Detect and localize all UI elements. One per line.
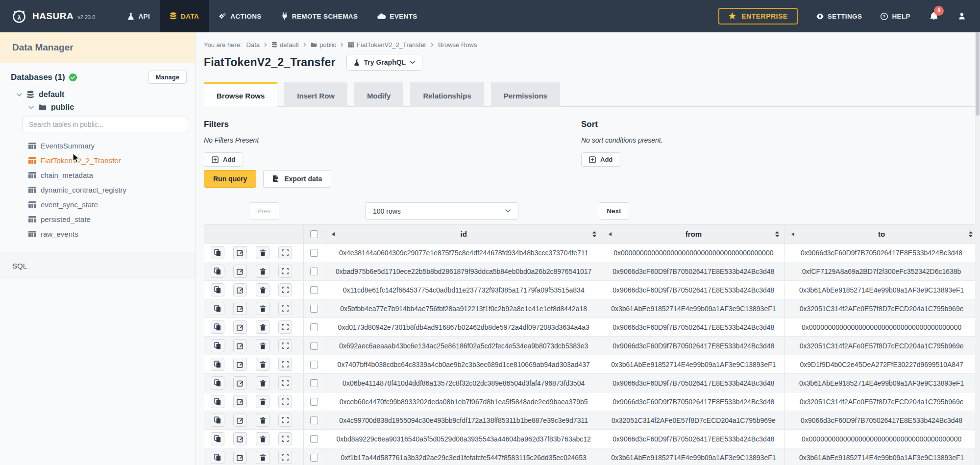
add-sort-button[interactable]: Add xyxy=(581,152,620,167)
copy-row-button[interactable] xyxy=(211,376,224,390)
try-graphql-button[interactable]: Try GraphQL xyxy=(346,54,423,71)
column-header-from[interactable]: from xyxy=(602,225,785,243)
copy-row-button[interactable] xyxy=(211,283,224,296)
tab-permissions[interactable]: Permissions xyxy=(491,82,560,107)
copy-row-button[interactable] xyxy=(211,395,224,408)
chevron-down-icon[interactable] xyxy=(17,93,22,97)
sidebar-table-item[interactable]: dynamic_contract_registry xyxy=(0,182,196,197)
sidebar-database-default[interactable]: default xyxy=(0,90,196,99)
tab-relationships[interactable]: Relationships xyxy=(410,82,484,107)
expand-row-button[interactable] xyxy=(278,432,292,445)
breadcrumb-schema[interactable]: public xyxy=(311,41,336,49)
edit-row-button[interactable] xyxy=(233,302,247,315)
delete-row-button[interactable] xyxy=(256,358,270,371)
expand-row-button[interactable] xyxy=(278,283,292,296)
delete-row-button[interactable] xyxy=(256,376,270,390)
copy-row-button[interactable] xyxy=(211,302,224,315)
copy-row-button[interactable] xyxy=(211,339,224,352)
settings-button[interactable]: SETTINGS xyxy=(816,13,862,20)
row-checkbox[interactable] xyxy=(310,305,318,313)
sidebar-schema-public[interactable]: public xyxy=(0,103,196,112)
collapse-column-icon[interactable] xyxy=(608,232,612,237)
delete-row-button[interactable] xyxy=(256,414,270,427)
copy-row-button[interactable] xyxy=(211,414,224,427)
enterprise-button[interactable]: ENTERPRISE xyxy=(718,8,797,24)
delete-row-button[interactable] xyxy=(256,320,270,334)
page-scrollbar[interactable] xyxy=(975,32,980,465)
edit-row-button[interactable] xyxy=(233,395,247,408)
row-checkbox[interactable] xyxy=(310,416,318,424)
sort-column-icon[interactable] xyxy=(592,231,597,238)
expand-row-button[interactable] xyxy=(278,320,292,334)
row-checkbox[interactable] xyxy=(310,286,318,294)
row-checkbox[interactable] xyxy=(310,249,318,257)
nav-item-remote-schemas[interactable]: REMOTE SCHEMAS xyxy=(271,0,368,32)
nav-item-api[interactable]: API xyxy=(118,0,160,32)
expand-row-button[interactable] xyxy=(278,265,292,278)
expand-row-button[interactable] xyxy=(278,339,292,352)
expand-row-button[interactable] xyxy=(278,451,292,464)
scrollbar-thumb[interactable] xyxy=(976,32,980,116)
expand-row-button[interactable] xyxy=(278,302,292,315)
hasura-logo[interactable]: λ HASURA v2.23.0 xyxy=(11,8,95,24)
sort-column-icon[interactable] xyxy=(775,231,780,238)
edit-row-button[interactable] xyxy=(233,339,247,352)
expand-row-button[interactable] xyxy=(278,376,292,390)
row-checkbox[interactable] xyxy=(310,454,318,462)
edit-row-button[interactable] xyxy=(233,358,247,371)
tab-browse-rows[interactable]: Browse Rows xyxy=(204,82,277,107)
delete-row-button[interactable] xyxy=(256,246,270,259)
delete-row-button[interactable] xyxy=(256,432,270,445)
expand-row-button[interactable] xyxy=(278,246,292,259)
nav-item-data[interactable]: DATA xyxy=(160,0,209,32)
copy-row-button[interactable] xyxy=(211,246,224,259)
user-menu-button[interactable] xyxy=(957,12,966,21)
sidebar-sql-section[interactable]: SQL xyxy=(0,252,196,279)
collapse-column-icon[interactable] xyxy=(791,232,795,237)
expand-row-button[interactable] xyxy=(278,395,292,408)
edit-row-button[interactable] xyxy=(233,414,247,427)
row-checkbox[interactable] xyxy=(310,398,318,406)
row-checkbox[interactable] xyxy=(310,323,318,331)
copy-row-button[interactable] xyxy=(211,358,224,371)
sidebar-table-item[interactable]: FiatTokenV2_2_Transfer xyxy=(0,153,196,168)
tab-modify[interactable]: Modify xyxy=(354,82,403,107)
delete-row-button[interactable] xyxy=(256,302,270,315)
edit-row-button[interactable] xyxy=(233,320,247,334)
export-data-button[interactable]: Export data xyxy=(263,170,331,188)
breadcrumb-data[interactable]: Data xyxy=(246,41,260,49)
select-all-checkbox[interactable] xyxy=(310,230,318,238)
delete-row-button[interactable] xyxy=(256,265,270,278)
edit-row-button[interactable] xyxy=(233,432,247,445)
sidebar-table-item[interactable]: chain_metadata xyxy=(0,168,196,182)
column-header-to[interactable]: to xyxy=(785,225,978,243)
row-checkbox[interactable] xyxy=(310,361,318,368)
edit-row-button[interactable] xyxy=(233,283,247,296)
next-page-button[interactable]: Next xyxy=(599,202,629,220)
add-filter-button[interactable]: Add xyxy=(204,152,243,167)
column-header-id[interactable]: id xyxy=(325,225,603,243)
edit-row-button[interactable] xyxy=(233,451,247,464)
rows-per-page-select[interactable]: 100 rows xyxy=(365,202,518,220)
nav-item-actions[interactable]: ACTIONS xyxy=(209,0,271,32)
breadcrumb-database[interactable]: default xyxy=(271,41,299,49)
breadcrumb-table[interactable]: FiatTokenV2_2_Transfer xyxy=(348,41,426,49)
delete-row-button[interactable] xyxy=(256,339,270,352)
prev-page-button[interactable]: Prev xyxy=(249,202,279,220)
row-checkbox[interactable] xyxy=(310,268,318,275)
sidebar-table-item[interactable]: EventsSummary xyxy=(0,138,196,153)
edit-row-button[interactable] xyxy=(233,376,247,390)
edit-row-button[interactable] xyxy=(233,246,247,259)
copy-row-button[interactable] xyxy=(211,451,224,464)
manage-button[interactable]: Manage xyxy=(148,71,187,84)
row-checkbox[interactable] xyxy=(310,379,318,387)
row-checkbox[interactable] xyxy=(310,435,318,443)
nav-item-events[interactable]: EVENTS xyxy=(368,0,427,32)
table-search-input[interactable] xyxy=(23,117,188,132)
copy-row-button[interactable] xyxy=(211,432,224,445)
notifications-button[interactable]: 8 xyxy=(929,11,939,22)
edit-row-button[interactable] xyxy=(233,265,247,278)
run-query-button[interactable]: Run query xyxy=(204,170,256,188)
sort-column-icon[interactable] xyxy=(968,231,973,238)
sidebar-table-item[interactable]: persisted_state xyxy=(0,212,196,226)
